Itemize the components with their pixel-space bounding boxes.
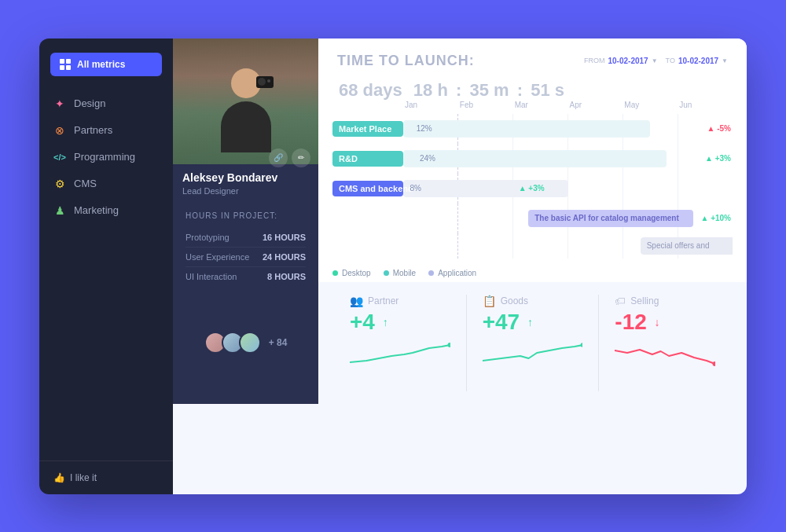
timer-hours: 18 h — [413, 80, 448, 100]
month-mar: Mar — [513, 101, 568, 109]
launch-timer: 68 days 18 h : 35 m : 51 s — [318, 77, 747, 101]
stat-header-goods: 📋 Goods — [483, 295, 583, 307]
profile-link-button[interactable]: 🔗 — [269, 149, 288, 167]
date-filters: FROM 10-02-2017 ▼ TO 10-02-2017 ▼ — [584, 57, 728, 65]
hour-label-1: User Experience — [185, 252, 249, 262]
timer-sep3: : — [517, 80, 523, 100]
hour-label-0: Prototyping — [185, 233, 230, 242]
hours-section: HOURS IN PROJECT: Prototyping 16 HOURS U… — [173, 202, 318, 282]
avatars — [204, 332, 261, 354]
sidebar: All metrics ✦ Design ⊗ Partners </> Prog… — [39, 39, 173, 494]
thumbs-up-icon: 👍 — [53, 472, 65, 483]
avatar-3 — [239, 332, 261, 354]
partners-icon: ⊗ — [53, 124, 66, 137]
hour-value-0: 16 HOURS — [263, 233, 306, 242]
profile-section: 🔗 ✏ Aleksey Bondarev Lead Designer HOURS… — [173, 39, 318, 282]
stat-value-partner: +4 ↑ — [350, 310, 450, 335]
sidebar-item-marketing[interactable]: ♟ Marketing — [39, 197, 173, 224]
grid-icon — [60, 59, 71, 70]
sidebar-footer: 👍 I like it — [39, 460, 173, 494]
date-from[interactable]: FROM 10-02-2017 ▼ — [584, 57, 658, 65]
design-label: Design — [74, 97, 105, 109]
hour-value-1: 24 HOURS — [263, 252, 306, 262]
legend-desktop: Desktop — [332, 269, 371, 277]
hour-row-1: User Experience 24 HOURS — [185, 248, 306, 267]
to-label: TO — [666, 57, 675, 64]
gantt-bar-area-4: Special offers and — [403, 233, 733, 259]
legend-label-application: Application — [438, 269, 476, 277]
all-metrics-button[interactable]: All metrics — [50, 53, 162, 76]
avatar-count: + 84 — [269, 337, 288, 348]
profile-actions: 🔗 ✏ — [269, 149, 310, 167]
stat-label-selling: Selling — [630, 295, 659, 306]
from-date: 10-02-2017 — [608, 57, 648, 65]
hour-value-2: 8 HOURS — [267, 272, 306, 281]
stat-header-selling: 🏷 Selling — [615, 295, 715, 307]
hour-row-2: UI Interaction 8 HOURS — [185, 267, 306, 282]
gantt-months: Jan Feb Mar Apr May Jun — [332, 101, 733, 114]
stat-label-goods: Goods — [501, 295, 528, 306]
hour-label-2: UI Interaction — [185, 272, 237, 281]
gantt-row-3: The basic API for catalog management ▲ +… — [332, 204, 733, 233]
sidebar-item-partners[interactable]: ⊗ Partners — [39, 117, 173, 144]
timer-sep2: : — [456, 80, 461, 100]
svg-point-3 — [447, 343, 450, 347]
hour-row-0: Prototyping 16 HOURS — [185, 228, 306, 248]
gantt-legend: Desktop Mobile Application — [318, 266, 747, 282]
gantt-bar-area-1: 24% ▲ +3% — [403, 144, 733, 174]
gantt-label-0: Market Place — [332, 121, 403, 137]
design-icon: ✦ — [53, 97, 66, 110]
goods-icon: 📋 — [483, 295, 496, 307]
stat-chart-partner — [350, 339, 450, 370]
cms-icon: ⚙ — [53, 178, 66, 190]
svg-point-5 — [713, 361, 715, 366]
gantt-label-2: CMS and backend — [332, 181, 403, 196]
timer-days: 68 days — [339, 80, 402, 100]
programming-label: Programming — [74, 151, 135, 163]
cms-label: CMS — [74, 178, 97, 189]
stat-value-goods: +47 ↑ — [483, 310, 583, 335]
hours-title: HOURS IN PROJECT: — [185, 211, 306, 220]
date-to[interactable]: TO 10-02-2017 ▼ — [666, 57, 728, 65]
launch-header: TIME TO LAUNCH: FROM 10-02-2017 ▼ TO 10-… — [318, 39, 747, 77]
month-apr: Apr — [567, 101, 623, 109]
stat-card-selling: 🏷 Selling -12 ↓ — [599, 295, 731, 391]
gantt-panel: TIME TO LAUNCH: FROM 10-02-2017 ▼ TO 10-… — [318, 39, 747, 282]
gantt-row-1: R&D 24% ▲ +3% — [332, 144, 733, 174]
profile-name: Aleksey Bondarev — [182, 171, 309, 185]
like-button[interactable]: 👍 I like it — [53, 472, 97, 483]
stat-chart-goods — [483, 339, 583, 370]
from-label: FROM — [584, 57, 605, 64]
gantt-bar-area-0: 12% ▲ -5% — [403, 114, 733, 144]
marketing-label: Marketing — [74, 204, 119, 216]
marketing-icon: ♟ — [53, 204, 66, 217]
sidebar-nav: ✦ Design ⊗ Partners </> Programming ⚙ CM… — [39, 84, 173, 460]
stat-value-selling: -12 ↓ — [615, 310, 715, 335]
legend-dot-mobile — [384, 270, 389, 276]
stats-area: 👥 Partner +4 ↑ — [318, 282, 747, 404]
selling-arrow: ↓ — [655, 316, 660, 328]
sidebar-item-design[interactable]: ✦ Design — [39, 90, 173, 117]
sidebar-item-programming[interactable]: </> Programming — [39, 144, 173, 171]
like-label: I like it — [70, 472, 97, 483]
programming-icon: </> — [53, 151, 66, 163]
to-chevron: ▼ — [722, 57, 728, 64]
launch-title: TIME TO LAUNCH: — [337, 53, 475, 69]
stat-chart-selling — [615, 339, 715, 370]
stat-label-partner: Partner — [368, 295, 399, 306]
to-date: 10-02-2017 — [678, 57, 718, 65]
stat-header-partner: 👥 Partner — [350, 295, 450, 307]
stat-card-goods: 📋 Goods +47 ↑ — [467, 295, 600, 391]
dashboard: All metrics ✦ Design ⊗ Partners </> Prog… — [39, 39, 747, 494]
legend-application: Application — [428, 269, 476, 277]
timer-minutes: 35 m — [469, 80, 509, 100]
sidebar-item-cms[interactable]: ⚙ CMS — [39, 171, 173, 197]
legend-dot-application — [428, 270, 434, 276]
gantt-bar-area-2: 8% ▲ +3% — [403, 174, 733, 204]
partner-arrow: ↑ — [383, 316, 388, 328]
all-metrics-label: All metrics — [77, 59, 125, 70]
profile-photo — [173, 39, 318, 164]
bottom-stats: + 84 👥 Partner +4 ↑ — [173, 282, 747, 404]
gantt-area: Jan Feb Mar Apr May Jun — [318, 101, 747, 266]
profile-edit-button[interactable]: ✏ — [292, 149, 310, 167]
